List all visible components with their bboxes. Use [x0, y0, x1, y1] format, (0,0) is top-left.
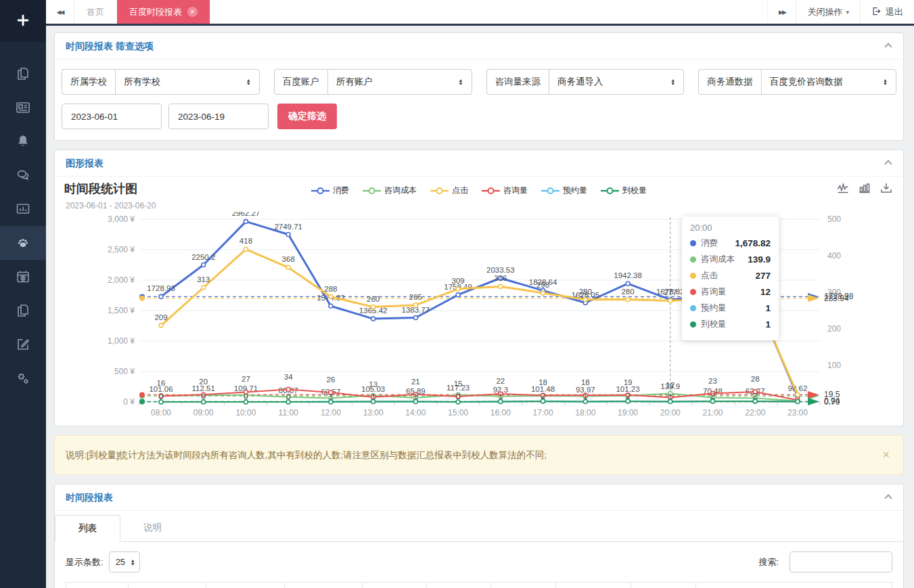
legend-item-到校量[interactable]: 到校量 — [601, 185, 647, 196]
column-header-消费合计[interactable]: 消费合计▲▼ — [129, 583, 206, 588]
chart-toolbox — [827, 182, 892, 196]
sidebar-item-chat[interactable] — [0, 158, 46, 192]
sidebar-item-documents[interactable] — [0, 57, 46, 91]
legend-item-消费[interactable]: 消费 — [311, 185, 349, 196]
date-to-input[interactable]: 2023-06-19 — [168, 104, 269, 129]
svg-text:3,000 ¥: 3,000 ¥ — [108, 214, 135, 224]
chart-tooltip: 20:00 消费1,678.82咨询成本139.9点击277咨询量12预约量1到… — [682, 217, 779, 340]
swt-data-select[interactable]: 百度竞价咨询数据▲▼ — [761, 69, 896, 95]
select-arrows-icon: ▲▼ — [670, 78, 675, 85]
tooltip-row: 咨询成本139.9 — [690, 254, 771, 265]
svg-text:2,500 ¥: 2,500 ¥ — [108, 245, 135, 254]
close-icon[interactable]: × — [879, 448, 892, 462]
sidebar-item-notifications[interactable] — [0, 125, 46, 158]
school-select[interactable]: 所有学校▲▼ — [115, 69, 260, 95]
sidebar-item-settings[interactable] — [0, 361, 46, 395]
svg-text:1,000 ¥: 1,000 ¥ — [108, 336, 135, 346]
chart-wrap: 时间段统计图 2023-06-01 - 2023-06-20 消费咨询成本点击咨… — [55, 177, 903, 426]
svg-text:15: 15 — [454, 380, 463, 388]
search-input[interactable] — [790, 551, 892, 572]
bar-chart-toggle-icon[interactable] — [859, 182, 871, 196]
filter-panel: 时间段报表 筛查选项 所属学校 所有学校▲▼ 百度账户 所有账户▲▼ — [54, 32, 904, 141]
inquiry-source-select[interactable]: 商务通导入▲▼ — [549, 69, 684, 95]
line-chart-toggle-icon[interactable] — [837, 182, 849, 196]
download-icon[interactable] — [880, 182, 892, 196]
column-header-到校量[interactable]: 到校量▲▼ — [491, 583, 556, 588]
sidebar-item-calendar[interactable] — [0, 260, 46, 294]
scroll-tabs-right-button[interactable]: ▶▶ — [767, 0, 796, 24]
column-header-咨询成本[interactable]: 咨询成本▲▼ — [556, 583, 631, 588]
logout-icon — [871, 6, 886, 18]
svg-text:18:00: 18:00 — [575, 408, 595, 417]
baidu-account-select[interactable]: 所有账户▲▼ — [327, 69, 472, 95]
svg-text:0.94: 0.94 — [824, 397, 840, 406]
filter-group-baidu-account: 百度账户 所有账户▲▼ — [274, 69, 472, 95]
tab-list[interactable]: 列表 — [55, 515, 120, 542]
tab-home[interactable]: 首页 — [74, 0, 117, 24]
select-arrows-icon: ▲▼ — [459, 78, 463, 85]
confirm-filter-button[interactable]: 确定筛选 — [277, 104, 337, 129]
svg-text:200: 200 — [827, 324, 841, 334]
column-header-展现合计[interactable]: 展现合计▲▼ — [206, 583, 285, 588]
svg-text:2,000 ¥: 2,000 ¥ — [108, 275, 135, 285]
svg-text:1,500 ¥: 1,500 ¥ — [108, 306, 135, 315]
chart-subtitle: 2023-06-01 - 2023-06-20 — [66, 201, 156, 210]
svg-text:13:00: 13:00 — [363, 408, 384, 417]
date-from-input[interactable]: 2023-06-01 — [62, 104, 162, 129]
svg-text:288: 288 — [324, 285, 337, 293]
column-header-咨询率[interactable]: 咨询率▲▼ — [631, 583, 696, 588]
column-header-预约量[interactable]: 预约量▲▼ — [427, 583, 491, 588]
series-dot-icon — [690, 305, 696, 311]
column-header-时间段[interactable]: 时间段▲▼ — [66, 583, 129, 588]
sidebar-item-copy[interactable] — [0, 294, 46, 327]
chart-legend: 消费咨询成本点击咨询量预约量到校量 — [304, 185, 654, 196]
svg-text:0 ¥: 0 ¥ — [123, 397, 135, 407]
tab-close-icon[interactable]: × — [187, 7, 198, 17]
svg-text:23: 23 — [708, 377, 717, 385]
chat-bubbles-icon — [15, 167, 31, 183]
table-panel-header: 时间段报表 — [55, 484, 903, 511]
svg-text:13: 13 — [369, 380, 378, 388]
column-header-点击合计[interactable]: 点击合计▲▼ — [285, 583, 363, 588]
svg-text:2033.53: 2033.53 — [486, 266, 515, 274]
column-header-点击率[interactable]: 点击率▲▼ — [696, 583, 892, 588]
svg-text:265: 265 — [409, 293, 422, 301]
select-arrows-icon: ▲▼ — [883, 78, 888, 85]
sidebar-item-add[interactable] — [0, 0, 46, 42]
page-size-select[interactable]: 25▲▼ — [109, 551, 140, 572]
filter-panel-header: 时间段报表 筛查选项 — [55, 33, 903, 60]
tab-description[interactable]: 说明 — [120, 515, 185, 541]
svg-text:280: 280 — [621, 288, 634, 296]
svg-text:209: 209 — [154, 313, 167, 321]
table-panel: 时间段报表 列表 说明 显示条数: 25▲▼ 搜索: — [54, 484, 904, 588]
sidebar-item-edit[interactable] — [0, 327, 46, 361]
sidebar-item-news-card[interactable] — [0, 91, 46, 125]
svg-text:28: 28 — [751, 375, 760, 383]
legend-item-咨询成本[interactable]: 咨询成本 — [363, 185, 417, 196]
series-dot-icon — [690, 321, 696, 327]
svg-text:418: 418 — [239, 237, 252, 245]
table-panel-title: 时间段报表 — [66, 492, 113, 503]
sidebar — [0, 0, 46, 588]
svg-text:2250.2: 2250.2 — [191, 253, 215, 261]
svg-text:1942.38: 1942.38 — [614, 271, 642, 279]
column-header-咨询量[interactable]: 咨询量▲▼ — [363, 583, 427, 588]
legend-item-点击[interactable]: 点击 — [430, 185, 468, 196]
legend-item-咨询量[interactable]: 咨询量 — [482, 185, 528, 196]
paw-icon — [15, 235, 31, 251]
chart-area[interactable]: 0 ¥500 ¥1,000 ¥1,500 ¥2,000 ¥2,500 ¥3,00… — [55, 212, 905, 423]
notice-text: 说明:[到校量]统计方法为该时间段内所有咨询人数,其中有到校的人数;请注意区别与… — [66, 449, 547, 461]
filter-panel-title: 时间段报表 筛查选项 — [66, 41, 154, 51]
news-card-icon — [15, 99, 31, 116]
tab-baidu-time-report[interactable]: 百度时段报表 × — [117, 0, 210, 24]
series-dot-icon — [690, 240, 696, 246]
search-wrap: 搜索: — [758, 551, 892, 572]
svg-text:12: 12 — [666, 381, 675, 389]
legend-item-预约量[interactable]: 预约量 — [541, 185, 587, 196]
scroll-tabs-left-button[interactable]: ◀◀ — [46, 0, 74, 24]
sidebar-item-analytics[interactable] — [0, 192, 46, 226]
filter-body: 所属学校 所有学校▲▼ 百度账户 所有账户▲▼ 咨询量来源 商务通导入▲▼ — [55, 60, 903, 140]
sidebar-item-paw[interactable] — [0, 226, 46, 260]
close-operations-dropdown[interactable]: 关闭操作 ▾ — [796, 0, 860, 24]
logout-button[interactable]: 退出 — [860, 0, 914, 24]
